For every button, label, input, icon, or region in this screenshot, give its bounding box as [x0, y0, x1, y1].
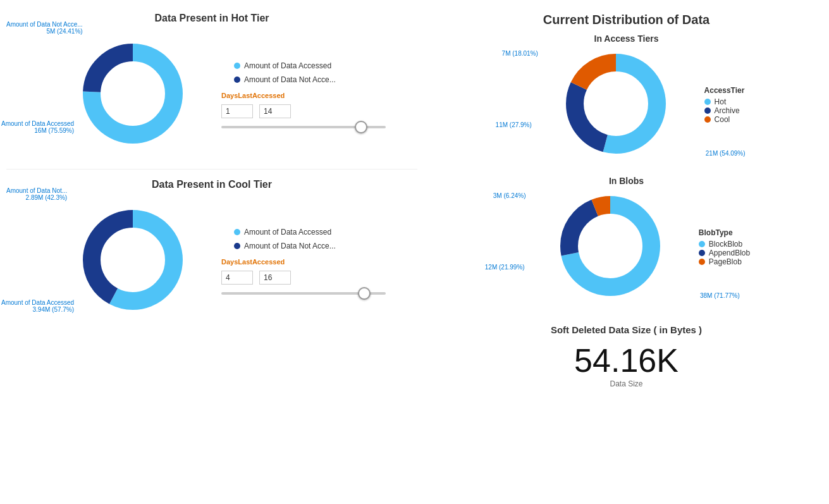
hot-days-label: DaysLastAccessed [221, 92, 386, 99]
hot-dot [704, 99, 711, 105]
distribution-title: Current Distribution of Data [543, 13, 709, 27]
soft-deleted-sub-label: Data Size [551, 379, 702, 388]
cool-tier-title: Data Present in Cool Tier [6, 179, 417, 190]
hot-tier-legend-accessed: Amount of Data Accessed [234, 61, 386, 70]
access-tiers-legend-title: AccessTier [704, 86, 745, 95]
blobs-donut-wrapper: 3M (6.24%) 12M (21.99%) 38M (71.77%) [553, 189, 667, 305]
hot-not-accessed-label: Amount of Data Not Acce... 5M (24.41%) [6, 21, 83, 35]
cool-tier-chart-section: Amount of Data Not... 2.89M (42.3%) Amou… [6, 197, 417, 326]
access-tiers-donut-wrapper: 7M (18.01%) 11M (27.9%) 21M (54.09%) [559, 47, 673, 163]
archive-tier-slice-label: 11M (27.9%) [496, 121, 532, 128]
hot-tier-legend-not-accessed: Amount of Data Not Acce... [234, 75, 386, 84]
block-blob-slice-label: 38M (71.77%) [700, 292, 740, 299]
archive-legend-item: Archive [704, 106, 745, 115]
hot-accessed-dot [234, 63, 240, 69]
blobs-section: In Blobs 3M (6.24%) 12M (21.99%) 38M (71… [430, 176, 823, 312]
left-panel: Data Present in Hot Tier Amount of Data … [6, 13, 417, 388]
cool-tier-section: Data Present in Cool Tier Amount of Data… [6, 179, 417, 326]
cool-not-accessed-label: Amount of Data Not... 2.89M (42.3%) [6, 187, 67, 201]
cool-dot [704, 116, 711, 123]
cool-slider-track[interactable] [221, 292, 386, 295]
access-tiers-title: In Access Tiers [430, 34, 823, 44]
hot-tier-controls: DaysLastAccessed [221, 92, 386, 128]
hot-slider-track[interactable] [221, 126, 386, 128]
hot-tier-slice-label: 21M (54.09%) [706, 150, 746, 157]
svg-point-5 [101, 228, 164, 292]
hot-tier-legend-controls: Amount of Data Accessed Amount of Data N… [209, 61, 386, 128]
cool-tier-inputs [221, 271, 386, 285]
cool-tier-donut-svg [76, 203, 190, 317]
soft-deleted-value: 54.16K [551, 341, 702, 379]
cool-legend-item: Cool [704, 115, 745, 124]
cool-slider-thumb[interactable] [358, 287, 371, 300]
page-blob-legend-item: PageBlob [699, 257, 750, 266]
archive-dot [704, 108, 711, 114]
hot-slider-thumb[interactable] [355, 121, 367, 133]
page-blob-slice-label: 3M (6.24%) [493, 192, 526, 199]
append-blob-dot [699, 250, 705, 256]
hot-slider-max-input[interactable] [259, 104, 291, 118]
svg-point-2 [101, 62, 164, 125]
svg-point-13 [579, 214, 642, 278]
cool-days-label: DaysLastAccessed [221, 258, 386, 266]
hot-slider-min-input[interactable] [221, 104, 253, 118]
cool-tier-legend-not-accessed: Amount of Data Not Acce... [234, 242, 386, 250]
cool-tier-legend-accessed: Amount of Data Accessed [234, 228, 386, 237]
access-tiers-donut-svg [559, 47, 673, 161]
access-tiers-legend: AccessTier Hot Archive Cool [704, 86, 745, 124]
append-blob-legend-item: AppendBlob [699, 249, 750, 257]
hot-tier-chart-section: Amount of Data Not Acce... 5M (24.41%) A… [6, 30, 417, 159]
cool-accessed-label: Amount of Data Accessed 3.94M (57.7%) [1, 299, 74, 313]
cool-tier-slice-label: 7M (18.01%) [502, 50, 538, 57]
cool-tier-donut-wrapper: Amount of Data Not... 2.89M (42.3%) Amou… [76, 203, 190, 319]
hot-accessed-label: Amount of Data Accessed 16M (75.59%) [1, 120, 74, 134]
blobs-chart-row: 3M (6.24%) 12M (21.99%) 38M (71.77%) [430, 189, 823, 305]
append-blob-slice-label: 12M (21.99%) [485, 264, 525, 271]
soft-deleted-title: Soft Deleted Data Size ( in Bytes ) [551, 324, 702, 335]
cool-accessed-dot [234, 229, 240, 235]
page-blob-dot [699, 259, 705, 265]
block-blob-dot [699, 241, 705, 247]
cool-tier-controls: DaysLastAccessed [221, 258, 386, 295]
blobs-legend: BlobType BlockBlob AppendBlob PageBlob [699, 228, 750, 266]
blobs-donut-svg [553, 189, 667, 303]
hot-tier-section: Data Present in Hot Tier Amount of Data … [6, 13, 417, 159]
hot-tier-inputs [221, 104, 386, 118]
cool-not-accessed-dot [234, 243, 240, 249]
hot-legend-item: Hot [704, 97, 745, 106]
hot-tier-legend: Amount of Data Accessed Amount of Data N… [234, 61, 386, 84]
hot-tier-donut-svg [76, 37, 190, 151]
main-container: Data Present in Hot Tier Amount of Data … [0, 0, 829, 401]
access-tiers-chart-row: 7M (18.01%) 11M (27.9%) 21M (54.09%) [430, 47, 823, 163]
cool-slider-min-input[interactable] [221, 271, 253, 285]
right-panel: Current Distribution of Data In Access T… [417, 13, 823, 388]
svg-point-9 [584, 72, 648, 135]
hot-tier-donut-wrapper: Amount of Data Not Acce... 5M (24.41%) A… [76, 37, 190, 153]
hot-not-accessed-dot [234, 77, 240, 83]
cool-slider-max-input[interactable] [259, 271, 291, 285]
access-tiers-section: In Access Tiers 7M (18.01%) 11M (27.9%) … [430, 34, 823, 169]
cool-tier-legend-controls: Amount of Data Accessed Amount of Data N… [209, 228, 386, 295]
block-blob-legend-item: BlockBlob [699, 240, 750, 249]
cool-tier-legend: Amount of Data Accessed Amount of Data N… [234, 228, 386, 250]
blobs-legend-title: BlobType [699, 228, 750, 237]
blobs-title: In Blobs [430, 176, 823, 186]
soft-deleted-section: Soft Deleted Data Size ( in Bytes ) 54.1… [551, 324, 702, 388]
